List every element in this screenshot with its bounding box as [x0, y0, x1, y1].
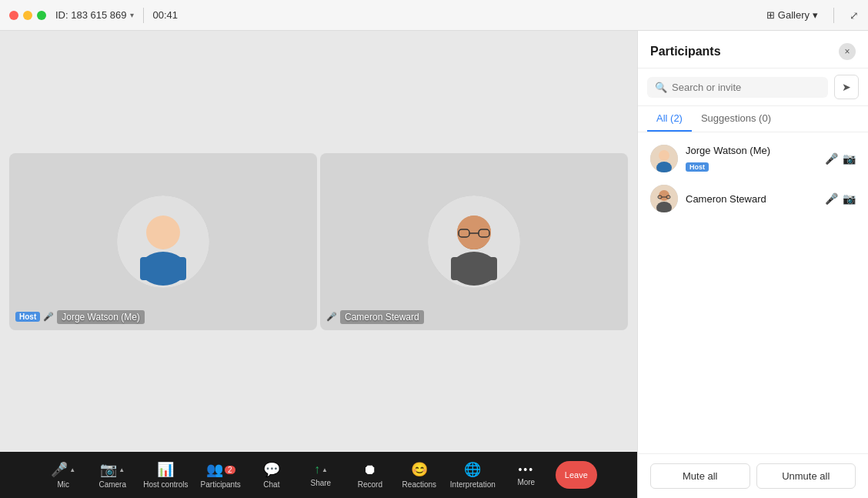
leave-button[interactable]: Leave	[556, 461, 597, 489]
tile-name-jorge: Jorge Watson (Me)	[57, 310, 145, 324]
meeting-id[interactable]: ID: 183 615 869 ▾	[55, 9, 134, 21]
participants-badge: 2	[225, 466, 235, 474]
panel-header: Participants ×	[638, 31, 868, 69]
record-button[interactable]: ⏺ Record	[347, 456, 393, 494]
chat-label: Chat	[263, 480, 279, 489]
panel-title: Participants	[650, 45, 721, 58]
svg-point-1	[146, 216, 180, 249]
panel-footer: Mute all Unmute all	[638, 453, 868, 498]
share-label: Share	[311, 479, 332, 487]
svg-rect-9	[451, 257, 497, 280]
video-tile-cameron: 🎤 Cameron Steward	[320, 153, 628, 330]
invite-icon: ➤	[842, 81, 851, 93]
record-label: Record	[358, 480, 382, 489]
tile-name-cameron: Cameron Steward	[340, 310, 424, 324]
record-icon: ⏺	[363, 462, 377, 478]
host-controls-label: Host controls	[143, 480, 188, 489]
expand-button[interactable]: ⤢	[850, 9, 859, 22]
mic-arrow: ▲	[69, 466, 75, 473]
avatar-jorge	[117, 196, 209, 288]
gallery-chevron-icon: ▾	[813, 9, 818, 21]
chat-button[interactable]: 💬 Chat	[249, 456, 295, 494]
mute-icon-jorge: 🎤	[43, 312, 54, 322]
minimize-traffic-light[interactable]	[23, 11, 32, 20]
share-icon: ↑	[314, 463, 320, 476]
search-bar: 🔍 ➤	[638, 69, 868, 106]
chat-icon: 💬	[263, 461, 280, 478]
mute-audio-icon-jorge: 🎤	[825, 152, 838, 165]
participants-button[interactable]: 👥 2 Participants	[196, 456, 245, 494]
toolbar: 🎤 ▲ Mic 📷 ▲ Camera 📊 Host controls 👥	[0, 452, 637, 498]
interpretation-icon: 🌐	[464, 461, 481, 478]
participant-item-jorge: Jorge Watson (Me) Host 🎤 📷	[638, 139, 868, 179]
interpretation-button[interactable]: 🌐 Interpretation	[446, 456, 500, 494]
traffic-lights	[9, 11, 46, 20]
close-panel-button[interactable]: ×	[839, 43, 856, 60]
mute-video-icon-jorge: 📷	[843, 152, 856, 165]
more-icon: •••	[518, 463, 534, 476]
svg-point-14	[659, 150, 669, 161]
participant-icons-cameron: 🎤 📷	[825, 192, 856, 205]
avatar-cameron	[428, 196, 520, 288]
titlebar: ID: 183 615 869 ▾ 00:41 ⊞ Gallery ▾ ⤢	[0, 0, 868, 31]
close-traffic-light[interactable]	[9, 11, 18, 20]
avatar-cameron-panel	[650, 185, 678, 212]
meeting-timer: 00:41	[153, 9, 179, 21]
camera-icon: 📷	[100, 461, 117, 478]
gallery-view-button[interactable]: ⊞ Gallery ▾	[760, 6, 824, 24]
camera-label: Camera	[98, 480, 126, 489]
participants-icon: 👥	[206, 461, 223, 478]
reactions-icon: 😊	[411, 461, 428, 478]
mute-icon-cameron: 🎤	[326, 312, 337, 322]
more-label: More	[517, 478, 535, 486]
host-controls-button[interactable]: 📊 Host controls	[139, 456, 192, 494]
titlebar-divider	[143, 8, 144, 23]
mic-label: Mic	[57, 480, 69, 489]
svg-rect-3	[140, 257, 186, 280]
participants-label: Participants	[201, 480, 241, 489]
gallery-grid-icon: ⊞	[766, 9, 775, 21]
participant-icons-jorge: 🎤 📷	[825, 152, 856, 165]
mute-all-button[interactable]: Mute all	[650, 463, 750, 489]
mute-video-icon-cameron: 📷	[843, 192, 856, 205]
tab-all[interactable]: All (2)	[647, 106, 692, 132]
host-badge-jorge: Host	[15, 312, 40, 322]
host-controls-icon: 📊	[157, 461, 174, 478]
tab-suggestions-label: Suggestions (0)	[701, 112, 771, 124]
participant-item-cameron: Cameron Steward 🎤 📷	[638, 179, 868, 219]
video-grid: Host 🎤 Jorge Watson (Me)	[0, 31, 637, 452]
camera-arrow: ▲	[119, 466, 125, 473]
mic-icon: 🎤	[51, 461, 68, 478]
share-button[interactable]: ↑ ▲ Share	[298, 456, 344, 494]
unmute-all-button[interactable]: Unmute all	[756, 463, 856, 489]
tile-label-cameron: 🎤 Cameron Steward	[326, 310, 424, 324]
reactions-label: Reactions	[402, 480, 436, 489]
camera-button[interactable]: 📷 ▲ Camera	[89, 456, 135, 494]
search-icon: 🔍	[655, 82, 667, 93]
tile-label-jorge: Host 🎤 Jorge Watson (Me)	[15, 310, 145, 324]
leave-label: Leave	[565, 470, 588, 480]
participant-info-jorge: Jorge Watson (Me) Host	[686, 145, 817, 172]
titlebar-divider2	[833, 8, 834, 23]
participant-name-cameron: Cameron Steward	[686, 193, 766, 205]
gallery-label: Gallery	[778, 9, 810, 21]
participants-panel: Participants × 🔍 ➤ All (2) Suggestions (…	[637, 31, 868, 498]
svg-point-7	[457, 216, 491, 249]
participant-name-jorge: Jorge Watson (Me)	[686, 145, 770, 156]
tabs-row: All (2) Suggestions (0)	[638, 106, 868, 132]
reactions-button[interactable]: 😊 Reactions	[396, 456, 442, 494]
maximize-traffic-light[interactable]	[37, 11, 46, 20]
tab-suggestions[interactable]: Suggestions (0)	[692, 106, 780, 132]
search-input-wrap: 🔍	[647, 77, 828, 98]
avatar-jorge-panel	[650, 145, 678, 172]
more-button[interactable]: ••• More	[503, 456, 549, 494]
host-tag-jorge: Host	[686, 162, 709, 172]
invite-button[interactable]: ➤	[834, 75, 859, 99]
meeting-id-text: ID: 183 615 869	[55, 9, 127, 21]
video-tile-jorge: Host 🎤 Jorge Watson (Me)	[9, 153, 317, 330]
share-arrow: ▲	[322, 466, 328, 473]
participant-info-cameron: Cameron Steward	[686, 193, 817, 205]
mic-button[interactable]: 🎤 ▲ Mic	[40, 456, 86, 494]
meeting-id-chevron: ▾	[130, 11, 134, 19]
search-input[interactable]	[672, 82, 820, 93]
